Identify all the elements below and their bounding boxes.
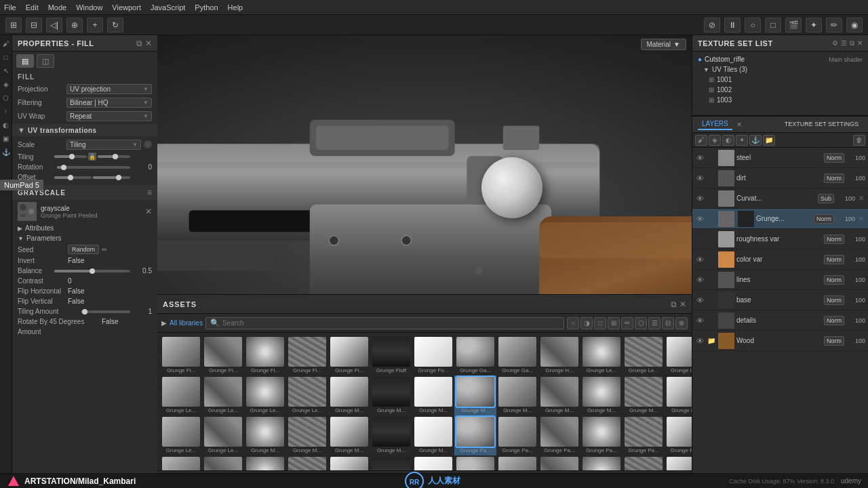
asset-cell[interactable]: ... <box>286 455 328 470</box>
asset-cell[interactable]: Grunge M... <box>412 375 454 415</box>
layer-close-btn[interactable]: ✕ <box>857 215 865 223</box>
asset-cell[interactable]: ... <box>538 455 580 470</box>
toolbar-grid-btn[interactable]: ⊞ <box>5 18 22 33</box>
toolbar-camera-btn[interactable]: 🎬 <box>785 18 802 33</box>
toolbar-cube-btn[interactable]: □ <box>765 18 781 33</box>
toolbar-move-btn[interactable]: ✦ <box>806 18 822 33</box>
search-input[interactable] <box>222 319 559 327</box>
tex-set-close-icon[interactable]: ✕ <box>857 39 863 47</box>
uv-tiles-header[interactable]: ▼ UV Tiles (3) <box>698 64 863 75</box>
tiling-lock-btn[interactable]: 🔒 <box>88 152 96 161</box>
asset-cell[interactable]: Grunge M... <box>370 375 412 415</box>
layer-blend-mode[interactable]: Norm <box>824 316 844 325</box>
offset-slider-x[interactable] <box>54 176 92 179</box>
assets-expand-btn[interactable]: ⧉ <box>671 300 677 309</box>
view-mesh-btn[interactable]: ⬡ <box>635 317 647 329</box>
toolbar-prev-btn[interactable]: ◁| <box>46 18 62 33</box>
tile-1003[interactable]: ⊞ 1003 <box>698 95 863 105</box>
view-more-btn[interactable]: ⊕ <box>675 317 688 329</box>
parameters-header[interactable]: ▼ Parameters <box>12 233 157 243</box>
toolbar-cursor-btn[interactable]: ⊘ <box>704 18 720 33</box>
uv-transform-header[interactable]: ▼ UV transformations <box>12 124 157 136</box>
layer-eye-icon[interactable]: 👁 <box>695 275 705 285</box>
layer-eye-icon[interactable]: 👁 <box>695 194 705 203</box>
asset-cell[interactable]: Grunge M... <box>412 415 454 455</box>
layer-row[interactable]: 👁Grunge...Norm100✕ <box>692 209 868 229</box>
panel-close-btn[interactable]: ✕ <box>145 39 152 48</box>
asset-cell[interactable]: Grunge M... <box>538 375 580 415</box>
layer-row[interactable]: 👁📁WoodNorm100 <box>692 331 868 351</box>
asset-cell[interactable]: Grunge M... <box>623 375 665 415</box>
asset-cell[interactable]: Grunge H... <box>538 336 580 375</box>
layer-row[interactable]: 👁color varNorm100 <box>692 249 868 270</box>
view-list-btn[interactable]: ☰ <box>648 317 660 329</box>
icon-3d[interactable]: ▣ <box>1 133 12 144</box>
grayscale-menu-icon[interactable]: ≡ <box>147 188 152 197</box>
menu-window[interactable]: Window <box>76 3 102 12</box>
scale-info-btn[interactable]: i <box>144 140 152 148</box>
seed-edit-icon[interactable]: ✏ <box>102 246 107 253</box>
layer-row[interactable]: 👁steelNorm100 <box>692 148 868 168</box>
material-dropdown[interactable]: Material ▼ <box>641 39 686 50</box>
asset-cell[interactable]: ... <box>160 455 202 470</box>
asset-cell[interactable]: Grunge Ga... <box>496 336 538 375</box>
icon-mask[interactable]: ◐ <box>1 119 12 130</box>
layer-blend-mode[interactable]: Sub <box>818 194 834 203</box>
layer-row[interactable]: 👁linesNorm100 <box>692 270 868 290</box>
prop-tab-material[interactable]: ◫ <box>37 54 54 68</box>
asset-cell[interactable]: ... <box>580 455 623 470</box>
tex-set-list-icon[interactable]: ☰ <box>841 39 847 47</box>
asset-cell[interactable]: ... <box>496 455 538 470</box>
projection-dropdown[interactable]: UV projection ▼ <box>66 84 152 94</box>
seed-value[interactable]: Random <box>68 245 99 254</box>
menu-file[interactable]: File <box>4 3 16 12</box>
panel-popout-btn[interactable]: ⧉ <box>136 39 142 48</box>
offset-slider-y[interactable] <box>93 176 130 179</box>
layer-row[interactable]: 👁Curvat...Sub100✕ <box>692 188 868 209</box>
asset-cell[interactable]: Grunge M... <box>496 375 538 415</box>
asset-cell[interactable]: ... <box>665 455 692 470</box>
menu-help[interactable]: Help <box>228 3 243 12</box>
layer-eye-icon[interactable]: 👁 <box>695 296 705 305</box>
asset-cell[interactable]: Grunge M... <box>580 375 623 415</box>
layer-tool-mask[interactable]: ◐ <box>722 135 734 146</box>
asset-cell[interactable]: Grunge M... <box>244 415 286 455</box>
layers-tab[interactable]: LAYERS <box>698 119 732 130</box>
toolbar-add-btn[interactable]: + <box>87 18 103 33</box>
layer-eye-icon[interactable]: 👁 <box>695 316 705 325</box>
toolbar-paint-btn[interactable]: ✏ <box>826 18 842 33</box>
icon-eraser[interactable]: □ <box>1 52 12 62</box>
asset-cell[interactable]: Grunge M... <box>286 415 328 455</box>
layer-tool-paint[interactable]: 🖌 <box>695 135 707 146</box>
layer-blend-mode[interactable]: Norm <box>824 153 844 163</box>
view-half-btn[interactable]: ◑ <box>580 317 593 329</box>
asset-cell[interactable]: Grunge Le... <box>286 375 328 415</box>
asset-cell[interactable]: Grunge Pa... <box>580 415 623 455</box>
asset-cell[interactable]: Grunge Fl... <box>286 336 328 375</box>
asset-cell[interactable]: ... <box>370 455 412 470</box>
tile-1002[interactable]: ⊞ 1002 <box>698 85 863 95</box>
icon-anchor[interactable]: ⚓ <box>1 146 12 157</box>
menu-edit[interactable]: Edit <box>26 3 39 12</box>
all-libraries-label[interactable]: All libraries <box>170 319 203 327</box>
toolbar-render-btn[interactable]: ◉ <box>846 18 863 33</box>
icon-clone[interactable]: ⬡ <box>1 92 12 103</box>
layer-blend-mode[interactable]: Norm <box>824 174 844 183</box>
asset-cell[interactable]: Grunge Pa... <box>454 415 496 455</box>
menu-mode[interactable]: Mode <box>48 3 67 12</box>
layer-row[interactable]: 👁dirtNorm100 <box>692 168 868 188</box>
asset-cell[interactable]: Grunge Le... <box>160 375 202 415</box>
layer-eye-icon[interactable]: 👁 <box>695 174 705 183</box>
view-cube-btn[interactable]: □ <box>594 317 606 329</box>
layer-eye-icon[interactable]: 👁 <box>695 255 705 264</box>
layer-eye-icon[interactable]: 👁 <box>695 336 705 346</box>
view-grid-btn[interactable]: ⊞ <box>608 317 620 329</box>
icon-paint[interactable]: 🖌 <box>1 38 12 49</box>
toolbar-grid2-btn[interactable]: ⊟ <box>26 18 42 33</box>
asset-cell[interactable]: Grunge Le... <box>202 415 244 455</box>
balance-slider[interactable] <box>54 270 130 272</box>
toolbar-sphere-btn[interactable]: ○ <box>745 18 761 33</box>
layer-blend-mode[interactable]: Norm <box>824 275 844 285</box>
layer-eye-icon[interactable]: ○ <box>695 235 705 244</box>
tiling-amount-slider[interactable] <box>81 310 130 313</box>
